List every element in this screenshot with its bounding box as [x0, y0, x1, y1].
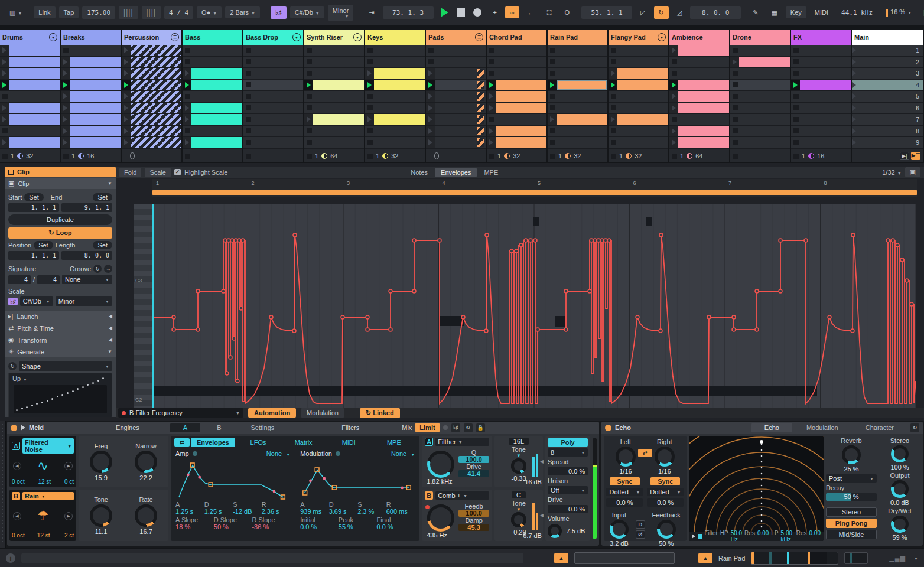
clip-stop-square[interactable] — [246, 128, 251, 133]
clip-slot[interactable] — [669, 137, 729, 149]
clip-slot[interactable] — [669, 114, 729, 126]
clip-slot[interactable] — [0, 57, 60, 69]
scene-slot[interactable]: 7 — [852, 114, 923, 126]
clip-slot[interactable] — [669, 103, 729, 115]
clip-slot[interactable] — [243, 137, 303, 149]
track-header-chord-pad[interactable]: Chord Pad — [487, 30, 548, 45]
start-set-button[interactable]: Set — [24, 193, 44, 201]
chevron-down-icon[interactable]: ▼ — [914, 556, 918, 561]
clip-play-icon[interactable] — [63, 105, 67, 111]
group-clip-sliver[interactable] — [477, 127, 484, 136]
clip-slot[interactable] — [365, 45, 425, 57]
clip-slot[interactable] — [122, 114, 181, 126]
clip-stop-square[interactable] — [367, 140, 373, 145]
amp-mod-target-menu[interactable]: None ▼ — [266, 450, 290, 457]
reverb-value[interactable]: 25 % — [826, 465, 877, 472]
clip-stop-square[interactable] — [246, 154, 251, 159]
clip-panel-title[interactable]: Clip — [5, 167, 116, 177]
clip-play-icon[interactable] — [367, 82, 372, 88]
clip-stop-square[interactable] — [489, 59, 494, 64]
clip-body[interactable] — [496, 137, 546, 148]
clip-slot[interactable] — [426, 91, 486, 103]
clip-stop-square[interactable] — [672, 117, 677, 122]
stereo-link-icon[interactable]: ⇄ — [638, 449, 652, 457]
mix-b-level-value[interactable]: 6.7 dB — [523, 532, 542, 539]
amp-envelope-graph[interactable] — [175, 457, 290, 500]
clip-body[interactable] — [9, 57, 60, 68]
clip-slot[interactable] — [730, 68, 790, 80]
overdub-button[interactable]: + — [489, 6, 502, 18]
track-header-drums[interactable]: Drums▼ — [0, 30, 61, 45]
echo-tab-modulation[interactable]: Modulation — [793, 423, 851, 432]
clip-slot[interactable] — [122, 80, 181, 92]
filter-a-freq-value[interactable]: 1.82 kHz — [427, 478, 452, 485]
track-status-cell[interactable]: 164 — [669, 149, 730, 162]
param-value[interactable]: 2.3 % — [357, 508, 386, 515]
device-preview-icon[interactable] — [21, 425, 25, 431]
linked-button[interactable]: ↻ Linked — [360, 408, 400, 418]
loop-switch[interactable]: ↻ — [654, 6, 669, 19]
clip-stop-square[interactable] — [550, 128, 555, 133]
clip-slot[interactable] — [243, 80, 303, 92]
clip-play-icon[interactable] — [185, 116, 189, 122]
param-value[interactable]: 0.0 % — [376, 523, 415, 530]
clip-play-icon[interactable] — [489, 139, 493, 145]
modulation-tab[interactable]: Modulation — [301, 408, 344, 418]
drive-value[interactable]: 0.0 % — [548, 505, 588, 513]
clip-slot[interactable] — [487, 68, 546, 80]
clip-play-zone[interactable] — [669, 137, 678, 148]
track-header-breaks[interactable]: Breaks — [61, 30, 122, 45]
knob-value[interactable]: 15.9 — [95, 474, 107, 481]
clip-stop-square[interactable] — [733, 140, 738, 145]
track-header-keys[interactable]: Keys — [365, 30, 426, 45]
clip-play-zone[interactable] — [365, 114, 374, 125]
track-header-pads[interactable]: Pads☰ — [426, 30, 487, 45]
clip-play-icon[interactable] — [63, 70, 67, 76]
scene-play-icon[interactable] — [852, 139, 856, 145]
clip-stop-square[interactable] — [550, 59, 555, 64]
group-clip-sliver[interactable] — [477, 92, 484, 101]
clip-stop-square[interactable] — [793, 154, 799, 159]
input-knob[interactable] — [610, 520, 629, 539]
menu-circle-icon[interactable]: ☰ — [171, 33, 179, 41]
clip-play-zone[interactable] — [61, 114, 70, 125]
engine-a-menu[interactable]: Filtered Noise▼ — [22, 438, 74, 454]
mix-b-routing[interactable]: C — [512, 491, 526, 498]
filter-a-freq-knob[interactable] — [427, 451, 454, 478]
engine-b-menu[interactable]: Rain▼ — [22, 492, 74, 500]
clip-hatched-body[interactable] — [131, 80, 181, 91]
filter-b-type-menu[interactable]: Comb +▼ — [435, 491, 489, 500]
length-set-button[interactable]: Set — [93, 241, 112, 249]
unison-menu[interactable]: Off▼ — [548, 486, 588, 494]
clip-slot[interactable] — [61, 103, 121, 115]
position-set-button[interactable]: Set — [34, 241, 53, 249]
decay-slider[interactable]: 50 % — [826, 493, 877, 501]
clip-overview-widget[interactable] — [574, 552, 675, 564]
echo-mode-mid-side[interactable]: Mid/Side — [826, 530, 877, 539]
clip-play-zone[interactable] — [61, 68, 70, 79]
clip-slot[interactable] — [548, 103, 607, 115]
clip-play-icon[interactable] — [489, 82, 493, 88]
clip-body[interactable] — [313, 80, 364, 91]
track-header-bass[interactable]: Bass — [183, 30, 243, 45]
volume-value[interactable]: -7.5 dB — [564, 527, 585, 535]
track-status-cell[interactable]: 132 — [0, 149, 61, 162]
track-header-percussion[interactable]: Percussion☰ — [122, 30, 183, 45]
right-delay-value[interactable]: 1/16 — [655, 468, 675, 475]
clip-stop-square[interactable] — [246, 59, 251, 64]
groove-menu[interactable]: None▼ — [62, 275, 112, 284]
clip-slot[interactable] — [730, 114, 790, 126]
knob-dial[interactable] — [135, 504, 157, 527]
clip-body[interactable] — [313, 114, 364, 125]
clip-slot[interactable] — [183, 80, 242, 92]
meld-tab-lfos[interactable]: LFOs — [236, 438, 281, 447]
engine-a-cents[interactable]: 0 ct — [64, 478, 74, 485]
clip-slot[interactable] — [183, 91, 242, 103]
clip-stop-square[interactable] — [367, 128, 373, 133]
clip-body[interactable] — [9, 114, 60, 125]
clip-stop-square[interactable] — [246, 82, 251, 87]
group-clip-sliver[interactable] — [477, 104, 484, 113]
clip-play-zone[interactable] — [487, 91, 496, 102]
clip-body[interactable] — [9, 80, 60, 91]
clip-play-icon[interactable] — [2, 59, 6, 65]
